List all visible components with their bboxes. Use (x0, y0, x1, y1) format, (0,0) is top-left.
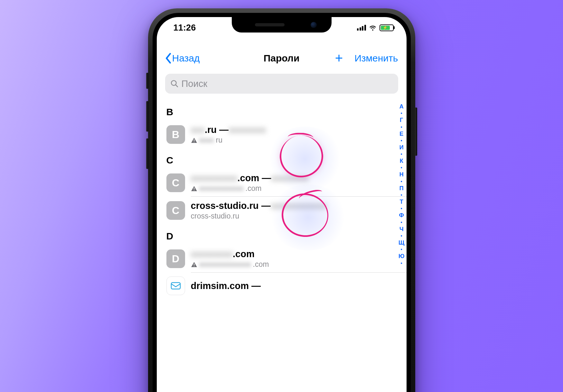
list-item[interactable]: B xxx.ru — xxxxxxxx xxxxru (157, 121, 407, 148)
phone-frame: 11:26 ⚡ Назад Пароли (148, 8, 415, 392)
index-letter[interactable]: Е (399, 130, 403, 138)
charging-bolt-icon: ⚡ (383, 25, 388, 30)
item-title: xxxxxxxxx.com (191, 249, 397, 259)
index-letter[interactable]: • (401, 193, 402, 197)
volume-up-button (146, 101, 148, 132)
index-letter[interactable]: Т (400, 198, 403, 206)
wifi-icon (369, 24, 377, 31)
index-letter[interactable]: И (399, 144, 404, 151)
index-letter[interactable]: • (401, 247, 402, 252)
item-subtitle: cross-studio.ru (191, 212, 397, 220)
index-letter[interactable]: • (401, 111, 402, 116)
index-letter[interactable]: Ю (399, 252, 405, 260)
item-subtitle: xxxxru (191, 136, 397, 145)
warning-triangle-icon (191, 186, 197, 191)
edit-button[interactable]: Изменить (354, 53, 398, 64)
index-letter[interactable]: К (400, 157, 403, 165)
list-item[interactable]: drimsim.com — (157, 273, 407, 299)
section-header-c: C (157, 148, 407, 169)
item-title: xxx.ru — xxxxxxxx (191, 125, 397, 135)
warning-triangle-icon (191, 262, 197, 267)
phone-inner: 11:26 ⚡ Назад Пароли (153, 13, 411, 392)
index-letter[interactable]: • (401, 261, 402, 266)
chevron-left-icon (165, 53, 172, 64)
password-list[interactable]: B B xxx.ru — xxxxxxxx xxxxru C (157, 100, 407, 392)
cellular-signal-icon (357, 25, 366, 31)
status-time: 11:26 (174, 23, 196, 33)
index-letter[interactable]: • (401, 125, 402, 129)
favicon-letter: D (166, 249, 185, 268)
item-subtitle: xxxxxxxxxxxxxx.com (191, 260, 397, 269)
index-letter[interactable]: Н (399, 171, 404, 178)
battery-icon: ⚡ (380, 24, 394, 31)
power-button (415, 107, 417, 156)
front-camera (311, 22, 317, 28)
index-letter[interactable]: А (399, 103, 404, 110)
favicon-logo (166, 276, 185, 295)
index-letter[interactable]: • (401, 220, 402, 225)
index-letter[interactable]: П (399, 184, 404, 192)
back-button[interactable]: Назад (165, 53, 200, 64)
index-letter[interactable]: • (401, 179, 402, 184)
warning-triangle-icon (191, 137, 197, 143)
speaker-grille (255, 23, 285, 26)
search-icon (170, 79, 179, 88)
svg-rect-2 (171, 283, 180, 289)
page-title: Пароли (264, 53, 300, 64)
list-item[interactable]: D xxxxxxxxx.com xxxxxxxxxxxxxx.com (157, 245, 407, 273)
favicon-letter: C (166, 201, 185, 220)
index-letter[interactable]: Щ (399, 239, 404, 247)
index-letter[interactable]: • (401, 234, 402, 238)
index-letter[interactable]: • (401, 152, 402, 156)
section-header-b: B (157, 100, 407, 121)
index-letter[interactable]: • (401, 165, 402, 170)
item-title: cross-studio.ru — xxxxxxxxxxxx (191, 201, 397, 211)
index-letter[interactable]: • (401, 206, 402, 211)
add-button[interactable]: + (335, 51, 343, 65)
search-field[interactable] (165, 74, 398, 94)
item-title: drimsim.com — (191, 281, 397, 291)
section-header-d: D (157, 224, 407, 245)
index-letter[interactable]: Г (400, 116, 403, 124)
index-letter[interactable]: • (401, 138, 402, 143)
list-item[interactable]: C cross-studio.ru — xxxxxxxxxxxx cross-s… (157, 197, 407, 224)
status-indicators: ⚡ (357, 24, 394, 31)
search-input[interactable] (182, 79, 393, 89)
notch (232, 17, 332, 33)
favicon-letter: C (166, 173, 185, 192)
index-letter[interactable]: Ч (399, 225, 404, 233)
item-subtitle: xxxxxxxxxxxx.com (191, 184, 397, 193)
index-letter[interactable]: Ф (399, 211, 404, 219)
section-index[interactable]: А•Г•Е•И•К•Н•П•Т•Ф•Ч•Щ•Ю• (399, 103, 405, 266)
list-item[interactable]: C xxxxxxxxxx.com — xxxxxxxx xxxxxxxxxxxx… (157, 169, 407, 197)
screen: 11:26 ⚡ Назад Пароли (157, 17, 407, 392)
mute-switch (146, 73, 148, 89)
navigation-bar: Назад Пароли + Изменить (157, 47, 407, 70)
item-title: xxxxxxxxxx.com — xxxxxxxx (191, 173, 397, 183)
svg-line-1 (175, 85, 177, 87)
back-label: Назад (172, 53, 200, 64)
favicon-letter: B (166, 125, 185, 144)
volume-down-button (146, 138, 148, 169)
